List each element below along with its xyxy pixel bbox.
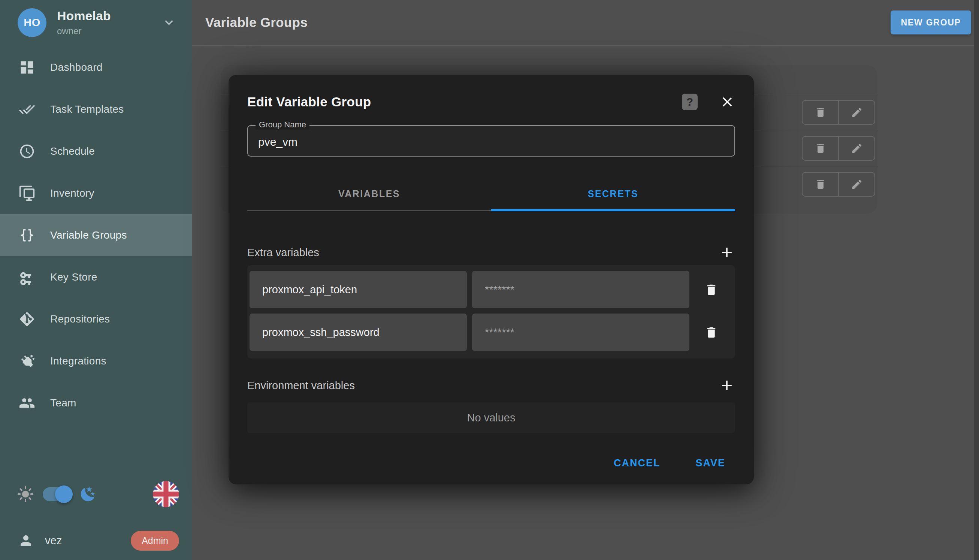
sidebar-item-label: Key Store — [50, 271, 97, 283]
workspace-name: Homelab — [57, 8, 111, 23]
sidebar-item-label: Repositories — [50, 313, 110, 325]
dialog-title: Edit Variable Group — [247, 94, 371, 109]
close-icon[interactable] — [719, 94, 735, 110]
user-name: vez — [45, 535, 62, 547]
dark-mode-toggle[interactable] — [43, 487, 70, 501]
dialog-titlebar: Edit Variable Group ? — [247, 75, 735, 114]
add-extra-variable-button[interactable] — [719, 244, 735, 261]
user-info[interactable]: vez Admin — [0, 530, 192, 551]
user-icon — [18, 533, 34, 548]
team-icon — [19, 395, 35, 411]
sidebar-item-label: Schedule — [50, 145, 95, 157]
workspace-initials: HO — [23, 17, 40, 29]
page-title: Variable Groups — [205, 15, 308, 30]
edit-icon[interactable] — [838, 173, 874, 196]
clock-icon — [19, 143, 35, 160]
group-name-field: Group Name — [247, 125, 735, 157]
workspace-switcher[interactable]: HO Homelab owner — [0, 0, 192, 45]
workspace-text: Homelab owner — [57, 8, 111, 36]
extra-variables-list — [247, 265, 735, 358]
add-environment-variable-button[interactable] — [719, 377, 735, 394]
variable-name-input[interactable] — [250, 313, 467, 351]
plug-icon — [19, 353, 35, 369]
variable-value-input[interactable] — [472, 313, 689, 351]
monitor-icon — [19, 185, 35, 202]
sidebar-item-label: Team — [50, 397, 77, 409]
sidebar-item-inventory[interactable]: Inventory — [0, 172, 192, 214]
environment-variables-empty: No values — [247, 402, 735, 433]
app-root: HO Homelab owner Dashboard Task Te — [0, 0, 979, 560]
scrollbar-track[interactable] — [974, 0, 979, 560]
page-header: Variable Groups NEW GROUP — [192, 0, 979, 46]
delete-icon[interactable] — [802, 137, 838, 160]
new-group-button[interactable]: NEW GROUP — [891, 10, 971, 35]
delete-icon[interactable] — [802, 101, 838, 124]
dialog-top-actions: ? — [682, 93, 735, 110]
environment-variables-header: Environment variables — [247, 377, 735, 394]
variable-value-input[interactable] — [472, 271, 689, 308]
double-check-icon — [19, 101, 35, 118]
dashboard-icon — [19, 59, 35, 76]
delete-variable-icon[interactable] — [689, 325, 733, 339]
braces-icon — [19, 227, 35, 243]
language-flag-uk-icon[interactable] — [153, 481, 179, 507]
sidebar-item-team[interactable]: Team — [0, 382, 192, 424]
dialog-tabs: VARIABLES SECRETS — [247, 179, 735, 211]
edit-icon[interactable] — [838, 137, 874, 160]
sidebar-item-label: Dashboard — [50, 62, 103, 73]
group-name-label: Group Name — [255, 120, 310, 130]
extra-variables-title: Extra variables — [247, 247, 319, 259]
sidebar-item-label: Integrations — [50, 355, 107, 367]
admin-badge: Admin — [131, 531, 179, 551]
sidebar-item-repositories[interactable]: Repositories — [0, 298, 192, 340]
sidebar-item-label: Variable Groups — [50, 229, 127, 241]
help-icon[interactable]: ? — [682, 93, 698, 110]
sidebar-item-dashboard[interactable]: Dashboard — [0, 47, 192, 88]
git-icon — [19, 311, 35, 327]
row-actions — [802, 100, 875, 125]
moon-icon — [79, 485, 97, 503]
delete-variable-icon[interactable] — [689, 283, 733, 297]
sun-icon — [17, 486, 34, 502]
row-actions — [802, 136, 875, 161]
variable-row — [250, 271, 733, 308]
toggle-knob — [55, 485, 73, 503]
sidebar-nav: Dashboard Task Templates Schedule Invent… — [0, 47, 192, 424]
sidebar-item-key-store[interactable]: Key Store — [0, 256, 192, 298]
theme-controls — [0, 481, 192, 508]
variable-name-input[interactable] — [250, 271, 467, 308]
chevron-down-icon — [161, 15, 177, 30]
variable-row — [250, 313, 733, 351]
tab-variables[interactable]: VARIABLES — [247, 179, 491, 211]
tab-secrets[interactable]: SECRETS — [491, 179, 735, 211]
cancel-button[interactable]: CANCEL — [612, 457, 663, 469]
sidebar: HO Homelab owner Dashboard Task Te — [0, 0, 192, 560]
extra-variables-header: Extra variables — [247, 244, 735, 261]
key-icon — [19, 269, 35, 285]
edit-icon[interactable] — [838, 101, 874, 124]
sidebar-item-integrations[interactable]: Integrations — [0, 340, 192, 382]
workspace-avatar: HO — [18, 8, 47, 37]
row-actions — [802, 172, 875, 197]
sidebar-item-task-templates[interactable]: Task Templates — [0, 88, 192, 130]
sidebar-item-schedule[interactable]: Schedule — [0, 130, 192, 172]
delete-icon[interactable] — [802, 173, 838, 196]
workspace-role: owner — [57, 26, 111, 36]
sidebar-item-label: Task Templates — [50, 103, 124, 115]
environment-variables-title: Environment variables — [247, 380, 355, 392]
sidebar-item-variable-groups[interactable]: Variable Groups — [0, 214, 192, 256]
edit-variable-group-dialog: Edit Variable Group ? Group Name VARIABL… — [228, 75, 754, 484]
group-name-input[interactable] — [248, 126, 734, 156]
save-button[interactable]: SAVE — [693, 457, 727, 469]
sidebar-item-label: Inventory — [50, 187, 94, 199]
dialog-actions: CANCEL SAVE — [247, 452, 735, 473]
